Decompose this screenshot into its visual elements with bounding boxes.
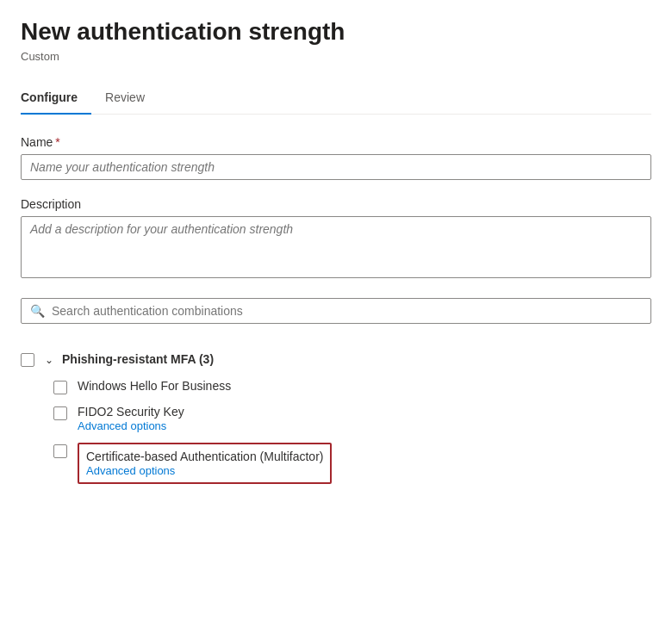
checkbox-cba[interactable] (53, 444, 67, 458)
tab-review[interactable]: Review (105, 84, 159, 115)
item-title-windows-hello: Windows Hello For Business (78, 379, 651, 393)
checkbox-windows-hello[interactable] (53, 381, 67, 394)
tab-configure[interactable]: Configure (21, 84, 91, 115)
group-phishing-resistant: ⌄ Phishing-resistant MFA (3) (21, 344, 651, 374)
item-title-fido2: FIDO2 Security Key (78, 405, 651, 419)
checkbox-fido2[interactable] (53, 406, 67, 420)
item-title-cba: Certificate-based Authentication (Multif… (86, 450, 323, 463)
description-label: Description (21, 197, 651, 211)
required-indicator: * (55, 135, 59, 149)
description-field-group: Description (21, 197, 651, 281)
tabs-container: Configure Review (21, 84, 651, 115)
group-title-phishing: Phishing-resistant MFA (3) (62, 352, 651, 366)
page-title: New authentication strength (21, 17, 651, 47)
item-content-fido2: FIDO2 Security Key Advanced options (78, 405, 651, 432)
list-item-cba-multifactor: Certificate-based Authentication (Multif… (21, 437, 651, 489)
cba-highlight-box: Certificate-based Authentication (Multif… (78, 443, 332, 484)
name-field-group: Name* (21, 135, 651, 180)
list-item-windows-hello: Windows Hello For Business (21, 374, 651, 400)
search-icon: 🔍 (30, 304, 45, 318)
advanced-options-fido2[interactable]: Advanced options (78, 419, 166, 432)
search-container[interactable]: 🔍 (21, 298, 651, 324)
name-label: Name* (21, 135, 651, 149)
description-input[interactable] (21, 216, 651, 278)
advanced-options-cba[interactable]: Advanced options (86, 464, 175, 477)
item-content-windows-hello: Windows Hello For Business (78, 379, 651, 393)
combinations-list: ⌄ Phishing-resistant MFA (3) Windows Hel… (21, 344, 651, 489)
chevron-down-icon[interactable]: ⌄ (45, 354, 53, 366)
checkbox-phishing-group[interactable] (21, 353, 34, 367)
item-content-cba: Certificate-based Authentication (Multif… (78, 443, 651, 484)
page-subtitle: Custom (21, 50, 651, 63)
search-input[interactable] (52, 304, 642, 318)
name-input[interactable] (21, 154, 651, 180)
list-item-fido2: FIDO2 Security Key Advanced options (21, 400, 651, 437)
group-label-phishing: Phishing-resistant MFA (3) (62, 352, 214, 366)
